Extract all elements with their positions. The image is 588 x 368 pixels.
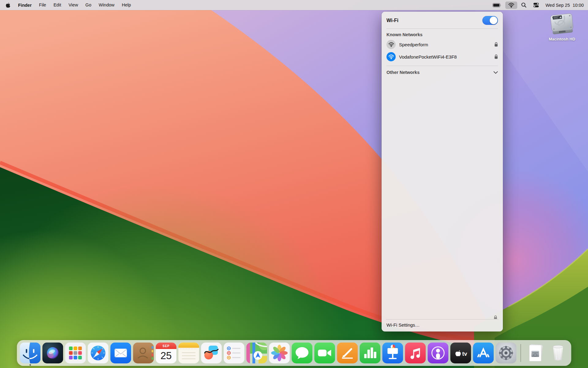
dock-item-keynote[interactable]	[382, 343, 403, 363]
dock-item-notes[interactable]	[178, 343, 199, 363]
dock-item-facetime[interactable]	[314, 343, 335, 363]
messages-icon	[292, 343, 312, 363]
keynote-icon	[382, 343, 403, 363]
freeform-icon	[201, 343, 222, 363]
wifi-panel: Wi-Fi Known Networks Speedperform	[382, 12, 503, 332]
launchpad-icon	[65, 343, 86, 363]
network-row-vodafone[interactable]: VodafonePocketWiFi4-E3F8	[382, 51, 503, 63]
control-center[interactable]	[530, 2, 542, 9]
reminders-icon	[224, 343, 244, 363]
other-networks-row[interactable]: Other Networks	[382, 66, 503, 79]
dock-item-launchpad[interactable]	[65, 343, 86, 363]
other-networks-label: Other Networks	[386, 70, 420, 75]
menu-bar-status-area: Wed Sep 25 10:00	[490, 0, 588, 10]
maps-icon	[246, 343, 267, 363]
menu-bar: Finder File Edit View Go Window Help	[0, 0, 588, 10]
network-name: Speedperform	[399, 42, 428, 47]
trash-icon	[548, 343, 568, 363]
network-name: VodafonePocketWiFi4-E3F8	[399, 54, 457, 59]
safari-icon	[88, 343, 108, 363]
spotlight-search[interactable]	[518, 2, 529, 9]
spotlight-search-icon	[521, 2, 526, 8]
hard-drive-icon	[547, 13, 577, 36]
app-store-icon	[473, 343, 494, 363]
battery-icon	[492, 3, 501, 7]
menu-item-go[interactable]: Go	[82, 0, 95, 10]
control-center-icon	[533, 2, 539, 8]
dock-item-numbers[interactable]	[360, 343, 380, 363]
calendar-month-text: SEP	[163, 344, 170, 348]
dock-item-photos[interactable]	[269, 343, 290, 363]
dock-item-system-settings[interactable]	[496, 343, 516, 363]
wifi-menu-extra[interactable]	[505, 2, 517, 9]
documents-stack-icon	[525, 343, 546, 363]
notes-icon	[178, 343, 199, 363]
dock-item-freeform[interactable]	[201, 343, 222, 363]
network-row-speedperform[interactable]: Speedperform	[382, 38, 503, 51]
wifi-toggle-knob	[490, 17, 497, 24]
dock-item-podcasts[interactable]	[428, 343, 448, 363]
pages-icon	[337, 343, 358, 363]
numbers-icon	[360, 343, 380, 363]
dock-item-messages[interactable]	[292, 343, 312, 363]
podcasts-icon	[428, 343, 448, 363]
menu-item-window[interactable]: Window	[95, 0, 118, 10]
menu-item-help[interactable]: Help	[118, 0, 135, 10]
menu-item-view[interactable]: View	[65, 0, 82, 10]
dock-item-siri[interactable]	[42, 343, 63, 363]
contacts-icon	[133, 343, 154, 363]
wifi-signal-icon	[386, 40, 396, 49]
dock-item-trash[interactable]	[548, 343, 568, 363]
wifi-connected-icon	[386, 52, 396, 61]
calendar-icon: SEP 25	[156, 343, 176, 363]
menu-bar-clock[interactable]: Wed Sep 25 10:00	[543, 3, 584, 8]
menu-bar-left: Finder File Edit View Go Window Help	[0, 0, 135, 10]
mail-icon	[110, 343, 131, 363]
wifi-panel-footer: Wi-Fi Settings…	[382, 319, 503, 332]
dock-divider	[520, 344, 521, 362]
dock-item-app-store[interactable]	[473, 343, 494, 363]
chevron-down-icon	[493, 71, 498, 74]
dock-item-documents-stack[interactable]	[525, 343, 546, 363]
dock-item-music[interactable]	[405, 343, 426, 363]
finder-running-indicator	[29, 364, 31, 366]
clock-time: 10:00	[573, 3, 584, 8]
dock-item-tv[interactable]: tv	[450, 343, 471, 363]
siri-icon	[42, 343, 63, 363]
panel-empty-area	[382, 79, 503, 319]
desktop-icon-macintosh-hd[interactable]: Macintosh HD	[544, 13, 580, 41]
dock-item-pages[interactable]	[337, 343, 358, 363]
wifi-toggle[interactable]	[482, 16, 498, 25]
wifi-icon	[508, 2, 514, 8]
menu-item-file[interactable]: File	[35, 0, 50, 10]
menu-item-app-name[interactable]: Finder	[14, 3, 35, 8]
dock-item-safari[interactable]	[88, 343, 108, 363]
battery-status[interactable]	[490, 2, 504, 9]
wifi-panel-title: Wi-Fi	[386, 18, 398, 23]
apple-tv-icon: tv	[450, 343, 471, 363]
lock-icon	[494, 54, 498, 59]
music-icon	[405, 343, 426, 363]
dock-item-calendar[interactable]: SEP 25	[156, 343, 176, 363]
known-networks-header: Known Networks	[382, 29, 503, 38]
dock-item-contacts[interactable]	[133, 343, 154, 363]
system-settings-icon	[496, 343, 516, 363]
menu-item-edit[interactable]: Edit	[50, 0, 65, 10]
apple-icon	[6, 2, 11, 8]
wifi-settings-button[interactable]: Wi-Fi Settings…	[382, 320, 503, 332]
clipped-lock-icon	[494, 315, 497, 319]
dock-item-finder[interactable]	[20, 343, 40, 363]
dock-item-mail[interactable]	[110, 343, 131, 363]
lock-icon	[494, 42, 498, 47]
desktop-icon-label: Macintosh HD	[544, 37, 580, 41]
tv-label-text: tv	[462, 351, 467, 357]
finder-icon	[20, 343, 40, 363]
dock-item-maps[interactable]	[246, 343, 267, 363]
clock-date: Wed Sep 25	[545, 3, 570, 8]
desktop: Finder File Edit View Go Window Help	[0, 0, 588, 368]
apple-menu[interactable]	[0, 2, 14, 8]
dock-item-reminders[interactable]	[224, 343, 244, 363]
photos-icon	[269, 343, 290, 363]
calendar-day-text: 25	[160, 350, 172, 361]
wifi-panel-header: Wi-Fi	[382, 12, 503, 29]
